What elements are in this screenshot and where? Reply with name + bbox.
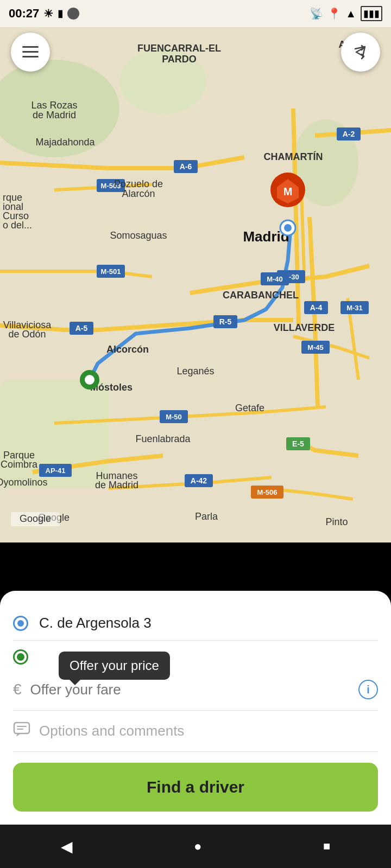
svg-text:Las Rozas: Las Rozas xyxy=(31,100,77,111)
destination-row: Offer your price xyxy=(13,641,378,669)
recents-button[interactable]: ■ xyxy=(323,839,330,853)
svg-text:M-50: M-50 xyxy=(166,413,182,421)
svg-text:de Odón: de Odón xyxy=(8,329,46,340)
svg-rect-80 xyxy=(22,56,39,58)
svg-text:CARABANCHEL: CARABANCHEL xyxy=(223,290,299,301)
euro-symbol: € xyxy=(13,681,22,698)
svg-text:Pozuelo de: Pozuelo de xyxy=(114,178,163,189)
status-time: 00:27 ☀ ▮ xyxy=(9,7,79,21)
svg-text:A-2: A-2 xyxy=(343,130,355,138)
brightness-icon: ☀ xyxy=(43,7,53,20)
home-button[interactable]: ● xyxy=(194,839,202,854)
origin-dot xyxy=(13,616,28,631)
svg-text:Majadahonda: Majadahonda xyxy=(35,137,95,148)
share-button[interactable] xyxy=(341,33,380,72)
svg-text:Coimbra: Coimbra xyxy=(1,459,38,470)
svg-text:M-40: M-40 xyxy=(267,275,283,283)
circle-icon xyxy=(67,8,79,20)
svg-text:Alcorcón: Alcorcón xyxy=(106,344,149,355)
svg-rect-79 xyxy=(22,51,39,53)
svg-text:CHAMARTÍN: CHAMARTÍN xyxy=(264,151,323,162)
nav-bar: ◀ ● ■ xyxy=(0,825,391,868)
info-button[interactable]: i xyxy=(358,680,378,699)
svg-point-72 xyxy=(284,224,292,232)
svg-text:Google: Google xyxy=(20,513,51,524)
svg-text:A-42: A-42 xyxy=(191,476,207,485)
comment-icon xyxy=(13,722,30,741)
svg-text:A-5: A-5 xyxy=(75,324,88,333)
svg-text:E-5: E-5 xyxy=(292,439,304,448)
svg-text:PARDO: PARDO xyxy=(162,54,197,65)
back-button[interactable]: ◀ xyxy=(61,838,73,856)
comments-row[interactable]: Options and comments xyxy=(13,711,378,752)
svg-text:A-4: A-4 xyxy=(310,303,323,312)
svg-text:o del...: o del... xyxy=(3,220,32,231)
svg-text:Somosaguas: Somosaguas xyxy=(110,230,167,241)
svg-text:M-31: M-31 xyxy=(346,304,363,312)
svg-text:FUENCARRAL-EL: FUENCARRAL-EL xyxy=(137,43,221,54)
wifi-icon: ▲ xyxy=(345,8,356,20)
svg-text:M-501: M-501 xyxy=(101,267,121,276)
svg-text:Parla: Parla xyxy=(195,511,218,522)
svg-rect-78 xyxy=(22,46,39,48)
svg-rect-81 xyxy=(14,723,29,733)
cast-icon: 📡 xyxy=(310,7,323,20)
svg-text:M: M xyxy=(283,186,293,197)
destination-dot xyxy=(13,649,28,665)
location-icon: 📍 xyxy=(327,7,341,20)
menu-button[interactable] xyxy=(11,33,50,72)
time-display: 00:27 xyxy=(9,7,39,21)
svg-text:Alarcón: Alarcón xyxy=(122,188,155,199)
origin-row: C. de Argensola 3 xyxy=(13,606,378,641)
origin-address: C. de Argensola 3 xyxy=(39,615,378,631)
find-driver-button[interactable]: Find a driver xyxy=(13,763,378,812)
status-bar: 00:27 ☀ ▮ 📡 📍 ▲ ▮▮▮ xyxy=(0,0,391,27)
svg-text:de Madrid: de Madrid xyxy=(95,480,138,490)
map-area: A-6 M-503 M-501 M-30 A-2 A-4 M-40 A-5 R-… xyxy=(0,0,391,542)
svg-text:M-45: M-45 xyxy=(307,343,324,352)
svg-text:Oyomolinos: Oyomolinos xyxy=(0,477,48,488)
battery-icon: ▮▮▮ xyxy=(361,6,382,21)
svg-text:Leganés: Leganés xyxy=(176,366,214,376)
svg-point-74 xyxy=(85,375,94,385)
comments-placeholder: Options and comments xyxy=(39,723,184,739)
svg-text:Pinto: Pinto xyxy=(325,516,348,527)
svg-text:Fuenlabrada: Fuenlabrada xyxy=(135,433,191,444)
svg-text:VILLAVERDE: VILLAVERDE xyxy=(274,322,335,333)
svg-text:A-6: A-6 xyxy=(180,162,192,171)
svg-text:Getafe: Getafe xyxy=(235,403,264,413)
offer-price-tooltip: Offer your price xyxy=(59,652,170,680)
bottom-panel: C. de Argensola 3 Offer your price € i O… xyxy=(0,591,391,825)
svg-text:R-5: R-5 xyxy=(219,317,232,326)
svg-text:de Madrid: de Madrid xyxy=(33,110,76,120)
sim-icon: ▮ xyxy=(58,8,63,20)
status-icons: 📡 📍 ▲ ▮▮▮ xyxy=(310,6,382,21)
svg-text:M-506: M-506 xyxy=(257,488,278,496)
svg-text:AP-41: AP-41 xyxy=(46,467,66,475)
